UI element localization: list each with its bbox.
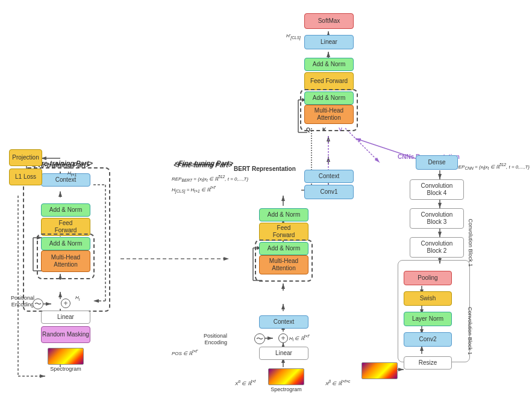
- spectrogram-left-label: Spectrogram: [48, 366, 84, 372]
- linear-top-box: Linear: [304, 35, 354, 49]
- swish-label: Swish: [420, 295, 436, 302]
- positional-left-label: PositionalEncoding: [11, 295, 34, 308]
- conv-block-4-label: ConvolutionBlock 4: [421, 182, 453, 197]
- context-top-label: Context: [319, 173, 339, 180]
- linear-mid-label: Linear: [275, 350, 292, 357]
- conv-block-3-box: ConvolutionBlock 3: [410, 208, 464, 229]
- spectrogram-left: [48, 348, 84, 365]
- h-cls-formula: H[CLS] = Ht+1 ∈ ℝt×f': [172, 185, 216, 193]
- x-beta-formula: Xβ ∈ ℝt×f×c: [325, 379, 350, 386]
- plus-circle-mid: +: [278, 333, 288, 343]
- feed-forward-mid-label: FeedForward: [273, 224, 295, 239]
- add-norm-mid-u-label: Add & Norm: [268, 211, 300, 218]
- linear-mid-box: Linear: [259, 347, 308, 360]
- projection-label: Projection: [12, 154, 39, 161]
- conv-block-4-box: ConvolutionBlock 4: [410, 179, 464, 200]
- pos-formula: POS ∈ ℝt×f': [172, 349, 198, 356]
- diagram-container: <Pre-training Part> <Fine-tuning Part> <…: [0, 0, 532, 396]
- linear-top-label: Linear: [321, 39, 337, 46]
- random-masking-label: Random Masking: [42, 331, 89, 338]
- feed-forward-mid-box: FeedForward: [259, 223, 308, 241]
- h-cls-label: H'[CLS]: [286, 33, 301, 40]
- svg-line-46: [345, 128, 380, 162]
- layer-norm-box: Layer Norm: [404, 312, 452, 326]
- add-norm-1-box: Add & Norm: [304, 58, 354, 71]
- finetuning-label: <Fine-tuning Part>: [174, 161, 232, 169]
- spectrogram-bottom-label: Spectrogram: [268, 386, 304, 392]
- linear-left-label: Linear: [57, 314, 74, 321]
- conv2-box: Conv2: [404, 332, 452, 347]
- conv-block-3-label: ConvolutionBlock 3: [421, 211, 453, 226]
- layer-norm-label: Layer Norm: [412, 315, 443, 323]
- pooling-label: Pooling: [418, 274, 437, 282]
- swish-box: Swish: [404, 291, 452, 306]
- resize-label: Resize: [419, 359, 437, 367]
- dense-box: Dense: [416, 155, 458, 170]
- conv2-label: Conv2: [419, 336, 437, 343]
- bert-representation-label: BERT Representation: [234, 166, 296, 172]
- conv-block-2-box: ConvolutionBlock 2: [410, 237, 464, 258]
- spectrogram-bottom: [268, 368, 304, 385]
- rep-bert-formula: REPBERT = {xt|xt ∈ ℝ512, t = 0,...,T}: [172, 175, 248, 182]
- h-i-right-label: Hi ∈ ℝt×f': [289, 334, 310, 342]
- conv-block-2-label: ConvolutionBlock 2: [421, 240, 453, 255]
- x-alpha-formula: Xα ∈ ℝt×f: [235, 379, 255, 386]
- context-mid-label: Context: [274, 318, 294, 326]
- random-masking-box: Random Masking: [41, 326, 90, 343]
- top-bert-dashed-box: [300, 89, 358, 131]
- mid-bert-dashed-box: [255, 240, 313, 282]
- conv1-box: Conv1: [304, 185, 354, 199]
- conv-block-1-label: Convolution Block 1: [468, 218, 474, 267]
- projection-box: Projection: [9, 149, 42, 166]
- plus-circle-left: +: [61, 299, 70, 308]
- feed-forward-1-label: Feed Forward: [310, 78, 348, 85]
- h-i-left-label: Hi: [75, 295, 80, 302]
- context-top-box: Context: [304, 170, 354, 183]
- conv1-label: Conv1: [321, 188, 338, 196]
- feed-forward-1-box: Feed Forward: [304, 72, 354, 90]
- add-norm-1-label: Add & Norm: [313, 61, 345, 68]
- dense-label: Dense: [428, 159, 446, 166]
- softmax-box: SoftMax: [304, 13, 354, 29]
- pooling-box: Pooling: [404, 271, 452, 285]
- positional-mid-label: PositionalEncoding: [204, 333, 227, 346]
- softmax-label: SoftMax: [318, 17, 340, 25]
- add-norm-mid-u-box: Add & Norm: [259, 208, 308, 221]
- l1-loss-box: L1 Loss: [9, 169, 42, 185]
- linear-left-box: Linear: [41, 311, 90, 324]
- conv-block-1-text: Convolution Block 1: [467, 307, 473, 355]
- wave-circle-left: 〜: [33, 299, 43, 309]
- l1-loss-label: L1 Loss: [15, 173, 36, 181]
- rep-cnn-formula: REPCNN = {xt|xt ∈ ℝ512, t = 0,...,T}: [455, 162, 530, 170]
- spectrogram-right: [361, 362, 398, 379]
- wave-circle-mid: 〜: [254, 333, 265, 344]
- context-mid-box: Context: [259, 315, 308, 329]
- left-outer-dashed-box: [23, 167, 110, 312]
- resize-box: Resize: [404, 356, 452, 370]
